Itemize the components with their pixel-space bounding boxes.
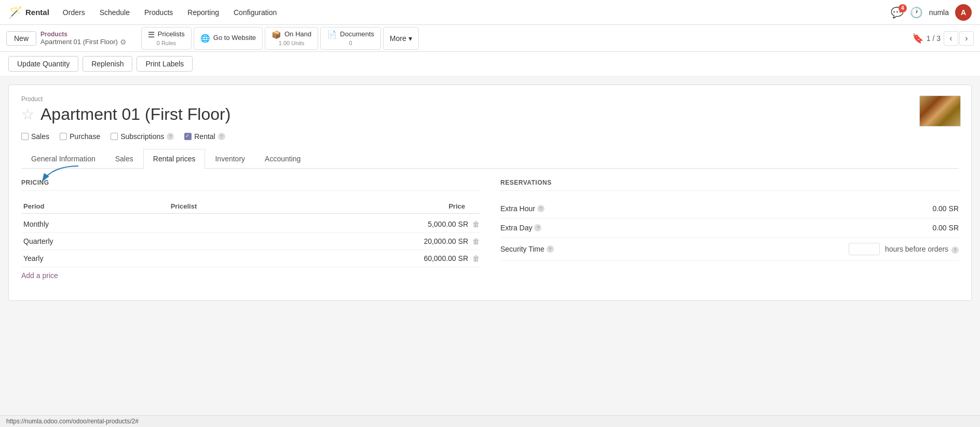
tab-accounting[interactable]: Accounting (255, 149, 310, 169)
nav-right: 💬 4 🕐 numla A (891, 4, 972, 21)
more-button[interactable]: More ▾ (383, 27, 419, 50)
col-header-price: Price (318, 202, 480, 210)
extra-hour-value[interactable]: 0.00 SR (932, 204, 959, 213)
go-to-website-label: Go to Website (213, 34, 256, 43)
breadcrumb: Products Apartment 01 (First Floor) ⚙ (40, 31, 127, 46)
website-icon: 🌐 (200, 33, 210, 44)
tab-inventory[interactable]: Inventory (205, 149, 255, 169)
rental-help-icon[interactable]: ? (218, 133, 225, 140)
product-image[interactable] (919, 95, 961, 127)
security-time-input[interactable]: 00:00 (849, 243, 880, 255)
period-monthly: Monthly (21, 220, 175, 228)
pricelists-sub: 0 Rules (157, 39, 176, 47)
subscriptions-checkbox[interactable]: Subscriptions ? (111, 132, 174, 141)
pricelists-button[interactable]: ☰ Pricelists 0 Rules (141, 27, 192, 50)
settings-gear-icon[interactable]: ⚙ (120, 38, 127, 46)
on-hand-label: On Hand (284, 30, 311, 39)
price-yearly: 60,000.00 SR 🗑 (328, 254, 480, 263)
extra-hour-help-icon[interactable]: ? (537, 205, 545, 212)
product-title-row: ☆ Apartment 01 (First Floor) (21, 105, 959, 124)
pricing-row-yearly[interactable]: Yearly 60,000.00 SR 🗑 (21, 250, 480, 267)
delete-monthly-icon[interactable]: 🗑 (472, 220, 480, 228)
security-time-help-icon[interactable]: ? (547, 245, 554, 253)
breadcrumb-parent[interactable]: Products (40, 31, 127, 38)
add-price-link[interactable]: Add a price (21, 271, 58, 280)
sales-cb-icon (21, 133, 29, 140)
prev-button[interactable]: ‹ (944, 31, 958, 46)
checkboxes-row: Sales Purchase Subscriptions ? Rental ? (21, 132, 959, 141)
sales-checkbox[interactable]: Sales (21, 132, 49, 141)
favorite-star-icon[interactable]: ☆ (21, 106, 34, 123)
pricing-row-monthly[interactable]: Monthly 5,000.00 SR 🗑 (21, 216, 480, 233)
documents-button[interactable]: 📄 Documents 0 (320, 27, 381, 50)
product-image-placeholder (920, 96, 960, 126)
price-monthly: 5,000.00 SR 🗑 (328, 220, 480, 228)
extra-day-value[interactable]: 0.00 SR (932, 224, 959, 232)
replenish-button[interactable]: Replenish (83, 56, 132, 72)
notifications-button[interactable]: 💬 4 (891, 6, 904, 19)
nav-item-schedule[interactable]: Schedule (92, 0, 137, 25)
nav-item-products[interactable]: Products (137, 0, 180, 25)
main-content: Product ☆ Apartment 01 (First Floor) Sal… (0, 76, 980, 309)
username: numla (929, 8, 949, 17)
documents-sub: 0 (349, 39, 352, 47)
print-labels-button[interactable]: Print Labels (137, 56, 193, 72)
security-time-label: Security Time ? (500, 245, 849, 253)
tab-sales[interactable]: Sales (105, 149, 143, 169)
bookmark-icon[interactable]: 🔖 (912, 33, 923, 44)
update-quantity-button[interactable]: Update Quantity (8, 56, 78, 72)
reservations-section: RESERVATIONS Extra Hour ? 0.00 SR Extra … (500, 179, 959, 280)
tab-rental-prices[interactable]: Rental prices (143, 149, 206, 169)
purchase-cb-icon (60, 133, 67, 140)
pricelists-label: Pricelists (158, 30, 185, 39)
user-avatar[interactable]: A (955, 4, 972, 21)
product-title: Apartment 01 (First Floor) (40, 105, 230, 124)
documents-icon: 📄 (327, 30, 337, 40)
clock-button[interactable]: 🕐 (910, 6, 923, 19)
security-time-row: Security Time ? 00:00 hours before order… (500, 238, 959, 261)
more-chevron-icon: ▾ (409, 34, 412, 43)
extra-day-row: Extra Day ? 0.00 SR (500, 218, 959, 238)
extra-day-help-icon[interactable]: ? (534, 224, 541, 231)
rental-cb-icon (184, 133, 192, 140)
subscriptions-help-icon[interactable]: ? (167, 133, 174, 140)
extra-hour-label: Extra Hour ? (500, 204, 932, 213)
logo-icon: 🪄 (8, 6, 22, 19)
on-hand-icon: 📦 (271, 30, 281, 40)
nav-item-reporting[interactable]: Reporting (180, 0, 226, 25)
subscriptions-cb-icon (111, 133, 118, 140)
nav-item-configuration[interactable]: Configuration (226, 0, 284, 25)
pricing-table: Period Pricelist Price Monthly 5,000.00 … (21, 199, 480, 267)
pricing-table-header: Period Pricelist Price (21, 199, 480, 214)
hours-before-orders-help-icon[interactable]: ? (951, 246, 959, 254)
tabs: General Information Sales Rental prices … (21, 149, 959, 169)
new-button[interactable]: New (6, 31, 36, 46)
next-button[interactable]: › (959, 31, 974, 46)
on-hand-button[interactable]: 📦 On Hand 1.00 Units (265, 27, 318, 50)
extra-hour-row: Extra Hour ? 0.00 SR (500, 199, 959, 218)
on-hand-sub: 1.00 Units (279, 39, 305, 47)
app-name: Rental (25, 8, 49, 17)
pricing-section: PRICING Period Pricelist Price Monthly (21, 179, 480, 280)
pagination-buttons: ‹ › (944, 31, 974, 46)
period-yearly: Yearly (21, 254, 175, 263)
two-column-layout: PRICING Period Pricelist Price Monthly (21, 179, 959, 280)
reservations-section-title: RESERVATIONS (500, 179, 959, 191)
col-header-period: Period (21, 202, 171, 210)
col-header-pricelist: Pricelist (171, 202, 318, 210)
go-to-website-button[interactable]: 🌐 Go to Website (194, 27, 263, 50)
tab-general-information[interactable]: General Information (21, 149, 105, 169)
delete-yearly-icon[interactable]: 🗑 (472, 254, 480, 263)
sub-action-bar: Update Quantity Replenish Print Labels (0, 52, 980, 76)
app-logo[interactable]: 🪄 Rental (8, 6, 49, 19)
nav-item-orders[interactable]: Orders (56, 0, 92, 25)
price-quarterly: 20,000.00 SR 🗑 (328, 237, 480, 245)
documents-label: Documents (340, 30, 374, 39)
pricing-row-quarterly[interactable]: Quarterly 20,000.00 SR 🗑 (21, 233, 480, 250)
rental-checkbox[interactable]: Rental ? (184, 132, 225, 141)
delete-quarterly-icon[interactable]: 🗑 (472, 237, 480, 245)
pagination-text: 1 / 3 (927, 34, 941, 43)
action-buttons: ☰ Pricelists 0 Rules 🌐 Go to Website 📦 O… (141, 27, 419, 50)
purchase-checkbox[interactable]: Purchase (60, 132, 100, 141)
pricing-section-title: PRICING (21, 179, 480, 191)
